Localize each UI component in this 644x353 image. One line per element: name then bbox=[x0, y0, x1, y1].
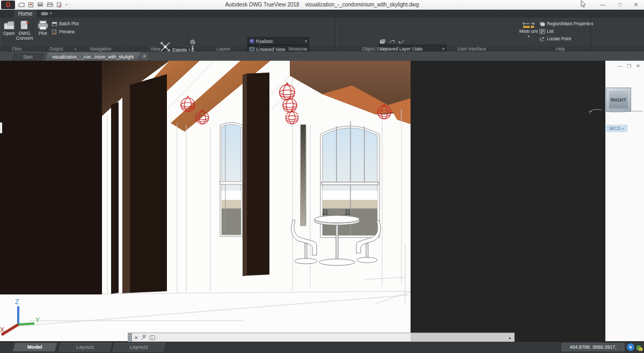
caret-down-icon: ▾ bbox=[50, 11, 52, 16]
new-drawing-tab-button[interactable]: + bbox=[141, 53, 148, 60]
user-interface-caption: User Interface bbox=[414, 47, 530, 52]
close-button[interactable]: ✕ bbox=[629, 0, 643, 10]
navigation-caption: Navigation bbox=[79, 47, 122, 52]
ucs-y-label: Y bbox=[35, 316, 40, 324]
doc-restore-button[interactable]: ❐ bbox=[626, 63, 632, 69]
title-bar: Autodesk DWG TrueView 2018 visualization… bbox=[0, 0, 644, 10]
open-label: Open bbox=[3, 31, 14, 36]
batch-plot-icon bbox=[52, 21, 57, 26]
files-caption: Files bbox=[0, 47, 33, 52]
tab-start[interactable]: Start bbox=[11, 52, 45, 61]
column-2 bbox=[247, 73, 269, 276]
ucs-x-label: X bbox=[0, 326, 4, 334]
app-menu-button[interactable]: D bbox=[1, 1, 15, 9]
open-folder-icon bbox=[3, 20, 15, 31]
maximize-button[interactable]: □ bbox=[613, 0, 627, 10]
print-icon[interactable] bbox=[37, 2, 43, 8]
column-strip-1 bbox=[111, 102, 119, 294]
plot-icon[interactable] bbox=[47, 2, 53, 8]
window-title: Autodesk DWG TrueView 2018 visualization… bbox=[0, 0, 644, 10]
document-title: visualization_-_condominium_with_skyligh… bbox=[305, 2, 419, 8]
dwg-convert-label: DWG Convert bbox=[16, 31, 33, 41]
command-text: - bbox=[157, 335, 158, 341]
hardware-acceleration-icon[interactable] bbox=[627, 343, 634, 351]
dark-wall-left bbox=[0, 61, 102, 294]
drawing-window-buttons: — ❐ ✕ bbox=[617, 63, 641, 69]
tab-active-document[interactable]: visualization_-_con...inium_with_skyligh… bbox=[45, 52, 141, 61]
panel-navigation: Extents ▾ ▾ Navigation bbox=[79, 18, 123, 52]
batch-plot-label: Batch Plot bbox=[59, 21, 79, 26]
dwg-convert-button[interactable]: DWG Convert bbox=[17, 20, 32, 41]
ribbon-tab-row bbox=[0, 10, 644, 18]
panel-help: ? Help Desktop Analytics i About Help bbox=[530, 18, 591, 52]
open-button[interactable]: Open bbox=[2, 20, 16, 36]
drawing-canvas[interactable]: Z Y X bbox=[0, 61, 644, 341]
tab-home[interactable]: Home bbox=[14, 10, 36, 18]
command-input[interactable]: - bbox=[150, 335, 158, 341]
view-caption: View bbox=[123, 47, 188, 52]
qat-dropdown-icon[interactable]: ▾ bbox=[65, 3, 68, 7]
column-1 bbox=[130, 74, 167, 293]
tab-layout1[interactable]: Layout1 bbox=[59, 343, 112, 351]
wcs-dropdown[interactable]: WCS ▾ bbox=[606, 125, 627, 132]
minimize-button[interactable]: — bbox=[596, 0, 610, 10]
wcs-label: WCS bbox=[609, 126, 620, 131]
panel-measure: Measure ▾ Region/Mass Properties List Lo… bbox=[259, 18, 336, 52]
ribbon-display-toggle[interactable]: ▾ bbox=[41, 11, 52, 16]
output-caption: Output bbox=[34, 47, 78, 52]
viewcube[interactable]: RIGHT bbox=[606, 88, 631, 112]
panel-files: Open DWG Convert Files bbox=[0, 18, 34, 52]
ucs-z-label: Z bbox=[15, 298, 19, 306]
quick-access-toolbar: ▾ bbox=[18, 1, 68, 9]
dwg-convert-icon bbox=[19, 20, 30, 31]
window-slot bbox=[301, 125, 306, 226]
dwg-convert-icon[interactable] bbox=[28, 2, 34, 8]
preview-label: Preview bbox=[59, 29, 75, 34]
plot-button[interactable]: Plot bbox=[35, 20, 50, 36]
command-customize-wrench-icon[interactable] bbox=[141, 333, 147, 343]
column-1-side bbox=[122, 85, 130, 293]
preview-icon[interactable] bbox=[56, 2, 62, 8]
plot-label: Plot bbox=[39, 31, 47, 36]
mouse-cursor bbox=[581, 1, 587, 11]
command-close-icon[interactable]: ✕ bbox=[132, 335, 141, 341]
help-caption: Help bbox=[530, 47, 590, 52]
recent-commands-arrow[interactable]: ▴ bbox=[509, 335, 511, 340]
column-2-side bbox=[243, 74, 247, 276]
command-prompt-icon bbox=[150, 335, 155, 340]
batch-plot-button[interactable]: Batch Plot bbox=[52, 21, 79, 26]
panel-layers: Unsaved Layer State ▾ 0 ▾ Layers bbox=[188, 18, 259, 52]
doc-close-button[interactable]: ✕ bbox=[635, 63, 641, 69]
panel-toggle-icon bbox=[41, 12, 48, 16]
tab-layout2[interactable]: Layout2 bbox=[113, 343, 166, 351]
viewcube-face[interactable]: RIGHT bbox=[609, 91, 628, 109]
panel-output: Plot Batch Plot Preview Output » bbox=[34, 18, 79, 52]
caret-down-icon: ▾ bbox=[622, 127, 624, 131]
open-icon[interactable] bbox=[18, 2, 25, 8]
object-snap-caption: Object Snap bbox=[336, 47, 413, 52]
window-left bbox=[220, 123, 243, 236]
coordinate-readout: 494.8788, 3966.3917, 154.1787 bbox=[561, 343, 625, 351]
customization-icon[interactable] bbox=[636, 344, 643, 351]
printer-icon bbox=[37, 20, 49, 31]
measure-caption: Measure bbox=[259, 47, 335, 52]
tab-model[interactable]: Model bbox=[13, 343, 57, 351]
doc-minimize-button[interactable]: — bbox=[617, 63, 623, 69]
wall-sliver bbox=[0, 123, 2, 133]
command-bar-drag-handle[interactable] bbox=[128, 333, 132, 342]
panel-object-snap: Endpoint Midpoint ◉ × × ▪ ▣ ✱ ↺ · ⊥ ∥ ⨯ … bbox=[336, 18, 414, 52]
panel-user-interface: Switch Windows File Tabs Layout Tabs Til… bbox=[414, 18, 530, 52]
preview-button[interactable]: Preview bbox=[52, 29, 75, 34]
preview-icon bbox=[52, 30, 57, 34]
output-expander[interactable]: » bbox=[75, 47, 77, 52]
panel-view: Realistic ▾ Unsaved View ▾ Named Views V… bbox=[123, 18, 188, 52]
layers-caption: Layers bbox=[188, 47, 259, 52]
